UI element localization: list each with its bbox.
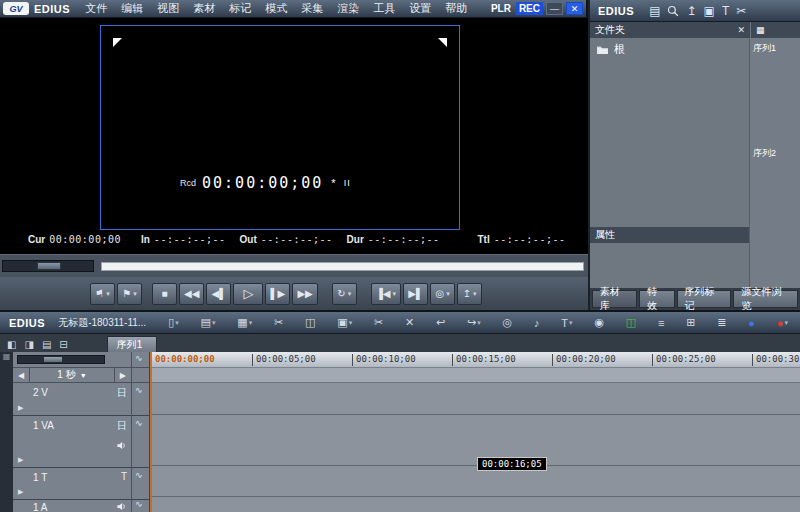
menu-render[interactable]: 渲染 (330, 1, 366, 16)
tab-source-browser[interactable]: 源文件浏览 (733, 290, 798, 308)
set-in-marker-button[interactable]: ⚑▾ (90, 283, 115, 305)
close-folder-panel-button[interactable]: ✕ (737, 25, 745, 35)
root-folder-item[interactable]: 根 (590, 38, 749, 61)
add-marker-button[interactable]: ◎ (501, 314, 515, 332)
sequence-tab[interactable]: 序列1 (107, 336, 158, 352)
scale-decrease-arrow[interactable]: ◀ (13, 371, 29, 380)
menu-help[interactable]: 帮助 (438, 1, 474, 16)
track-header-1t[interactable]: 1 T T ▶ (13, 468, 149, 500)
undo-button[interactable]: ↩ (434, 314, 447, 332)
open-project-button[interactable]: ▤▾ (199, 314, 218, 332)
player-mode-toggle[interactable]: PLR (486, 3, 516, 14)
copy-button[interactable]: ◫ (303, 314, 317, 332)
rewind-button[interactable]: ◀◀ (179, 283, 204, 305)
set-out-marker-button[interactable]: ⚑▾ (117, 283, 142, 305)
shuttle-handle[interactable] (37, 262, 61, 270)
mixer-toggle-icon[interactable]: ∿ (135, 418, 143, 428)
save-project-button[interactable]: ▦▾ (235, 314, 254, 332)
safe-corner-left-icon (113, 38, 122, 47)
mute-button[interactable]: ♪ (532, 314, 542, 332)
zoom-slider-handle[interactable] (44, 357, 62, 362)
recorder-mode-toggle[interactable]: REC (516, 2, 543, 15)
tab-bin[interactable]: 素材库 (592, 290, 637, 308)
ripple-mode-button[interactable]: ▤ (38, 337, 55, 352)
search-button[interactable] (667, 5, 679, 17)
sync-point-button[interactable]: ● (746, 314, 757, 332)
paste-button[interactable]: ▣▾ (335, 314, 354, 332)
menu-capture[interactable]: 采集 (294, 1, 330, 16)
menu-mode[interactable]: 模式 (258, 1, 294, 16)
delete-button[interactable]: ✕ (403, 314, 416, 332)
audio-mixer-button[interactable]: ≣ (715, 314, 728, 332)
insert-mode-button[interactable]: ◧ (3, 337, 20, 352)
menu-settings[interactable]: 设置 (402, 1, 438, 16)
next-frame-button[interactable]: ▌▶ (265, 283, 290, 305)
menu-clip[interactable]: 素材 (186, 1, 222, 16)
mixer-icon: ≣ (717, 316, 726, 329)
jump-to-out-button[interactable]: ▶▌ (403, 283, 428, 305)
position-scrollbar[interactable] (101, 262, 584, 271)
video-mute-icon[interactable]: 日 (117, 386, 127, 400)
timecode-readout-row: Cur00:00:00;00 In--:--:--;-- Out--:--:--… (0, 234, 588, 245)
play-button[interactable]: ▷ (233, 283, 263, 305)
timeline-mode-button[interactable]: ≡ (656, 314, 666, 332)
loop-playback-button[interactable]: ↻▾ (332, 283, 357, 305)
track-header-1va[interactable]: 1 VA 日 ▶ (13, 416, 149, 468)
shuttle-slider[interactable] (2, 260, 94, 272)
mixer-toggle-icon[interactable]: ∿ (135, 470, 143, 480)
expand-track-icon[interactable]: ▶ (18, 456, 23, 464)
timescale-selector[interactable]: 1 秒 ▼ (29, 368, 115, 382)
tab-effects[interactable]: 特效 (639, 290, 674, 308)
track-header-1a[interactable]: 1 A (13, 500, 149, 512)
clip-name[interactable]: 序列2 (752, 145, 797, 162)
new-sequence-button[interactable]: ▯▾ (166, 314, 181, 332)
clip-name[interactable]: 序列1 (752, 40, 797, 57)
grid-view-button[interactable]: ⊞ (684, 314, 697, 332)
minimize-button[interactable]: — (546, 2, 563, 15)
stop-button[interactable]: ■ (152, 283, 177, 305)
menu-edit[interactable]: 编辑 (114, 1, 150, 16)
title-track-icon[interactable]: T (121, 471, 127, 482)
expand-track-icon[interactable]: ▶ (18, 488, 23, 496)
scale-increase-arrow[interactable]: ▶ (115, 371, 131, 380)
cut-button[interactable]: ✂ (272, 314, 285, 332)
mixer-toggle-icon[interactable]: ∿ (135, 499, 143, 509)
marker-strip[interactable] (150, 368, 800, 383)
capture-button[interactable]: ▣ (704, 4, 715, 18)
voiceover-button[interactable]: ◉ (592, 314, 606, 332)
track-header-2v[interactable]: 2 V 日 ▶ (13, 383, 149, 416)
title-tool-button[interactable]: T (722, 4, 729, 18)
audio-mute-icon[interactable] (116, 437, 127, 455)
tab-label: 特效 (647, 285, 666, 313)
menu-file[interactable]: 文件 (78, 1, 114, 16)
menu-marker[interactable]: 标记 (222, 1, 258, 16)
add-title-button[interactable]: T▾ (559, 314, 574, 332)
dual-view-button[interactable]: ◫ (624, 314, 638, 332)
cut-tool-button[interactable]: ✂ (736, 4, 746, 18)
match-frame-button[interactable]: ◎▾ (430, 283, 455, 305)
timeline-ruler[interactable]: 00:00:00;00 00:00:05;00 00:00:10;00 00:0… (150, 352, 800, 368)
timeline-zoom-slider[interactable] (17, 355, 105, 364)
record-button[interactable]: ●▾ (775, 314, 790, 332)
audio-mute-icon[interactable] (116, 501, 127, 512)
move-up-button[interactable]: ↥ (686, 4, 696, 18)
menu-tools[interactable]: 工具 (366, 1, 402, 16)
new-folder-button[interactable]: ▤ (649, 4, 660, 18)
tab-sequence-marker[interactable]: 序列标记 (677, 290, 732, 308)
cur-label: Cur (28, 234, 45, 245)
ripple-cut-button[interactable]: ✂ (372, 314, 385, 332)
mixer-toggle-icon[interactable]: ∿ (135, 353, 143, 363)
mixer-toggle-icon[interactable]: ∿ (135, 385, 143, 395)
previous-frame-button[interactable]: ◀▌ (206, 283, 231, 305)
expand-track-icon[interactable]: ▶ (18, 404, 23, 412)
menu-view[interactable]: 视图 (150, 1, 186, 16)
fast-forward-button[interactable]: ▶▶ (292, 283, 317, 305)
insert-to-timeline-button[interactable]: ↥▾ (457, 283, 482, 305)
overwrite-mode-button[interactable]: ◨ (20, 337, 37, 352)
close-button[interactable]: ✕ (566, 2, 583, 15)
sync-mode-button[interactable]: ⊟ (55, 337, 71, 352)
redo-button[interactable]: ↪▾ (465, 314, 483, 332)
playhead[interactable] (150, 352, 152, 512)
video-mute-icon[interactable]: 日 (117, 419, 127, 433)
jump-to-in-button[interactable]: ▐◀▾ (371, 283, 401, 305)
